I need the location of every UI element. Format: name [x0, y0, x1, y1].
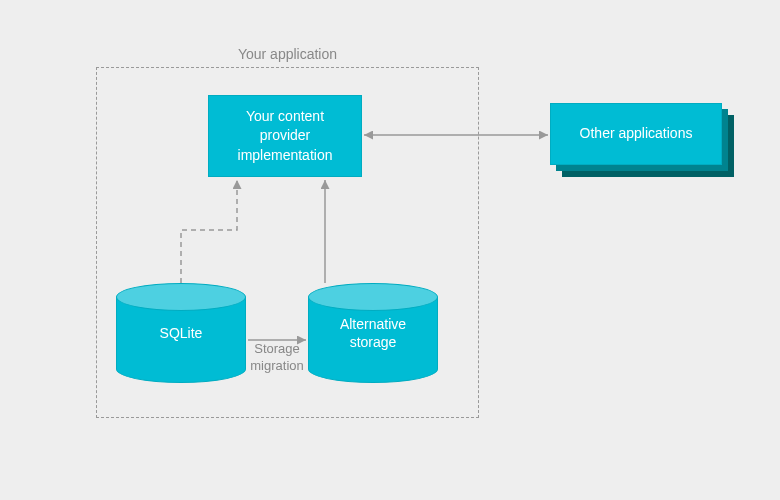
- node-other-apps: Other applications: [550, 103, 722, 165]
- node-alt-storage: Alternative storage: [308, 283, 438, 383]
- node-content-provider: Your content provider implementation: [208, 95, 362, 177]
- node-alt-storage-label: Alternative storage: [340, 315, 406, 351]
- node-content-provider-label: Your content provider implementation: [238, 107, 333, 166]
- node-sqlite-label: SQLite: [160, 324, 203, 342]
- node-other-apps-label: Other applications: [580, 124, 693, 144]
- edge-migration-label: Storage migration: [246, 341, 308, 375]
- app-container-label: Your application: [96, 46, 479, 62]
- node-sqlite: SQLite: [116, 283, 246, 383]
